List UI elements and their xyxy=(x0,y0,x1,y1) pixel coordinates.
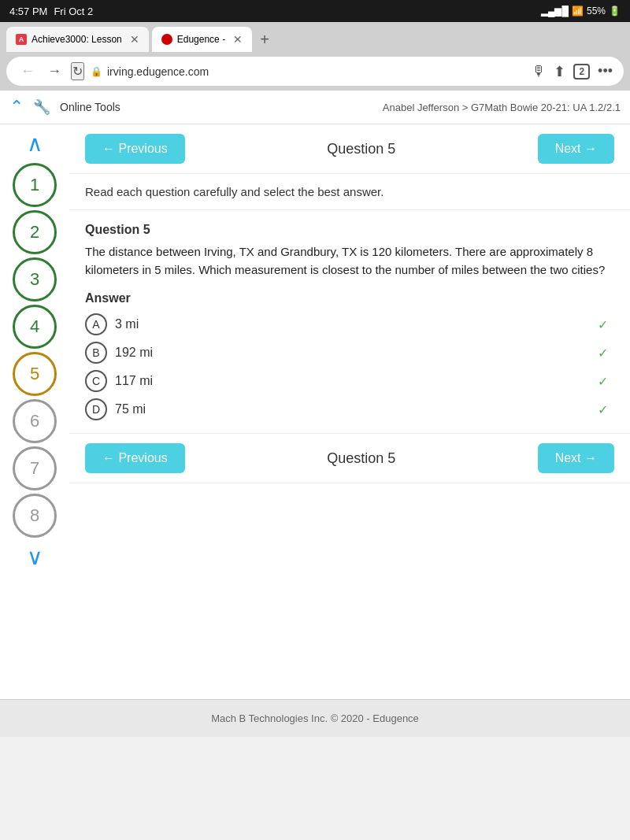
question-text-content: The distance between Irving, TX and Gran… xyxy=(85,245,605,276)
wifi-icon: 📶 xyxy=(572,6,584,17)
sidebar-chevron-up[interactable]: ∧ xyxy=(27,131,43,157)
question-label: Question 5 xyxy=(85,223,614,237)
online-tools-label: Online Tools xyxy=(60,101,120,113)
battery-percent: 55% xyxy=(587,6,606,17)
signal-icon: ▂▄▆█ xyxy=(541,6,569,17)
option-circle-c: C xyxy=(85,370,107,392)
sidebar-chevron-down[interactable]: ∨ xyxy=(27,544,43,570)
edugence-tab-icon xyxy=(161,34,172,45)
sidebar: ∧ 1 2 3 4 5 6 7 8 ∨ xyxy=(0,124,69,699)
spacer-area xyxy=(69,483,630,546)
answer-option-a[interactable]: A 3 mi ✓ xyxy=(85,313,614,335)
checkmark-a: ✓ xyxy=(598,317,608,332)
browser-chrome: A Achieve3000: Lesson ✕ Edugence - ✕ + ←… xyxy=(0,22,630,91)
footer-text: Mach B Technologies Inc. © 2020 - Edugen… xyxy=(211,712,419,724)
checkmark-d: ✓ xyxy=(598,402,608,417)
sidebar-item-1[interactable]: 1 xyxy=(13,163,57,207)
checkmark-c: ✓ xyxy=(598,374,608,389)
status-right: ▂▄▆█ 📶 55% 🔋 xyxy=(541,6,621,17)
achieve-tab-icon: A xyxy=(16,34,27,45)
question-text: The distance between Irving, TX and Gran… xyxy=(85,243,614,279)
prev-button-top[interactable]: ← Previous xyxy=(85,134,185,164)
back-button[interactable]: ← xyxy=(17,61,38,81)
tab-achieve[interactable]: A Achieve3000: Lesson ✕ xyxy=(6,27,149,52)
url-area: 🔒 irving.edugence.com xyxy=(91,65,519,78)
status-bar: 4:57 PM Fri Oct 2 ▂▄▆█ 📶 55% 🔋 xyxy=(0,0,630,22)
sidebar-item-8[interactable]: 8 xyxy=(13,494,57,538)
answer-options: A 3 mi ✓ B 192 mi ✓ C 117 mi ✓ D 75 mi xyxy=(85,313,614,420)
forward-button[interactable]: → xyxy=(44,61,65,81)
sidebar-item-6[interactable]: 6 xyxy=(13,399,57,443)
refresh-button[interactable]: ↻ xyxy=(71,62,84,80)
battery-icon: 🔋 xyxy=(609,6,621,17)
tab-count[interactable]: 2 xyxy=(573,64,590,80)
question-title-top: Question 5 xyxy=(327,141,395,157)
next-button-top[interactable]: Next → xyxy=(538,134,614,164)
sidebar-item-7[interactable]: 7 xyxy=(13,446,57,490)
instructions: Read each question carefully and select … xyxy=(69,174,630,210)
top-question-nav: ← Previous Question 5 Next → xyxy=(69,124,630,174)
share-button[interactable]: ⬆ xyxy=(554,63,565,80)
sidebar-item-5[interactable]: 5 xyxy=(13,352,57,396)
checkmark-b: ✓ xyxy=(598,346,608,361)
address-bar: ← → ↻ 🔒 irving.edugence.com 🎙 ⬆ 2 ••• xyxy=(6,57,624,86)
option-circle-d: D xyxy=(85,398,107,420)
option-text-a: 3 mi xyxy=(115,317,139,331)
tab-bar: A Achieve3000: Lesson ✕ Edugence - ✕ + xyxy=(6,27,624,52)
answer-option-c[interactable]: C 117 mi ✓ xyxy=(85,370,614,392)
url-text: irving.edugence.com xyxy=(107,65,209,78)
tab-achieve-close[interactable]: ✕ xyxy=(130,33,139,46)
option-circle-a: A xyxy=(85,313,107,335)
bottom-question-nav: ← Previous Question 5 Next → xyxy=(69,433,630,483)
option-circle-b: B xyxy=(85,342,107,364)
answer-option-d[interactable]: D 75 mi ✓ xyxy=(85,398,614,420)
answer-option-b[interactable]: B 192 mi ✓ xyxy=(85,342,614,364)
tab-edugence[interactable]: Edugence - ✕ xyxy=(152,27,252,52)
browser-actions: 🎙 ⬆ 2 ••• xyxy=(532,63,613,80)
app-header: ⌃ 🔧 Online Tools Anabel Jefferson > G7Ma… xyxy=(0,91,630,124)
option-text-d: 75 mi xyxy=(115,402,146,416)
option-text-c: 117 mi xyxy=(115,374,153,388)
question-content: Question 5 The distance between Irving, … xyxy=(69,210,630,433)
prev-button-bottom[interactable]: ← Previous xyxy=(85,443,185,473)
next-button-bottom[interactable]: Next → xyxy=(538,443,614,473)
tools-icon: 🔧 xyxy=(33,98,50,116)
sidebar-item-2[interactable]: 2 xyxy=(13,210,57,254)
main-layout: ∧ 1 2 3 4 5 6 7 8 ∨ ← Previous Question … xyxy=(0,124,630,699)
sidebar-item-3[interactable]: 3 xyxy=(13,257,57,302)
user-info: Anabel Jefferson > G7Math Bowie 20-21: U… xyxy=(383,102,621,113)
collapse-icon[interactable]: ⌃ xyxy=(9,97,24,117)
lock-icon: 🔒 xyxy=(91,66,102,77)
status-day: Fri Oct 2 xyxy=(54,6,93,17)
question-title-bottom: Question 5 xyxy=(327,450,395,467)
status-left: 4:57 PM Fri Oct 2 xyxy=(9,6,93,17)
sidebar-item-4[interactable]: 4 xyxy=(13,305,57,349)
content-area: ← Previous Question 5 Next → Read each q… xyxy=(69,124,630,699)
tab-edugence-close[interactable]: ✕ xyxy=(233,33,243,46)
option-text-b: 192 mi xyxy=(115,346,153,360)
tab-achieve-label: Achieve3000: Lesson xyxy=(32,34,122,45)
status-time: 4:57 PM xyxy=(9,6,47,17)
microphone-button[interactable]: 🎙 xyxy=(532,63,546,80)
tab-edugence-label: Edugence - xyxy=(177,34,225,45)
footer: Mach B Technologies Inc. © 2020 - Edugen… xyxy=(0,699,630,737)
more-options-button[interactable]: ••• xyxy=(598,63,613,80)
answer-label: Answer xyxy=(85,291,614,305)
new-tab-button[interactable]: + xyxy=(255,31,274,49)
